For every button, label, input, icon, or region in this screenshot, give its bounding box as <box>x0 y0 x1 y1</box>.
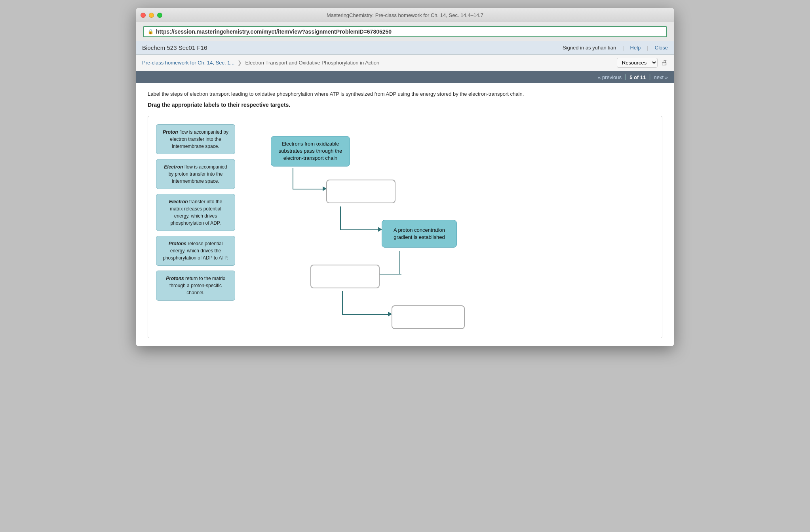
signed-in-text: Signed in as yuhan tian <box>563 45 616 51</box>
arrow1-v <box>293 168 293 189</box>
close-button[interactable] <box>141 13 146 18</box>
main-content: Label the steps of electron transport le… <box>136 83 674 346</box>
instructions-bold: Drag the appropriate labels to their res… <box>148 102 662 108</box>
label4-em: Protons <box>169 241 186 246</box>
drag-label-5[interactable]: Protons return to the matrix through a p… <box>156 271 235 301</box>
print-icon[interactable]: 🖨 <box>661 59 668 67</box>
minimize-button[interactable] <box>149 13 154 18</box>
url-bar[interactable]: 🔒 https://session.masteringchemistry.com… <box>143 26 667 37</box>
label2-em: Electron <box>164 164 183 170</box>
label1-text: flow is accompanied by electron transfer… <box>170 129 228 149</box>
flow-diagram: Electrons from oxidizable substrates pas… <box>247 124 654 330</box>
course-title: Biochem 523 Sec01 F16 <box>142 44 207 51</box>
next-link[interactable]: next » <box>654 74 668 80</box>
window-controls <box>141 13 162 18</box>
drag-label-4[interactable]: Protons release potential energy, which … <box>156 236 235 266</box>
divider2: | <box>647 45 648 51</box>
flow-box-5[interactable] <box>392 305 465 329</box>
arrow4-v <box>342 291 343 315</box>
breadcrumb-right: Resources Textbook Study Area 🖨 <box>617 58 668 68</box>
breadcrumb-current: Electron Transport and Oxidative Phospho… <box>245 60 379 66</box>
title-bar: MasteringChemistry: Pre-class homework f… <box>136 8 674 22</box>
instructions-text: Label the steps of electron transport le… <box>148 91 662 97</box>
drag-label-1[interactable]: Proton flow is accompanied by electron t… <box>156 124 235 154</box>
arrow2-h <box>340 229 380 230</box>
previous-link[interactable]: « previous <box>598 74 622 80</box>
nav-divider1: | <box>625 74 626 81</box>
arrow1-h <box>293 189 324 189</box>
arrow3-h <box>378 274 401 275</box>
label1-em: Proton <box>163 129 178 135</box>
nav-count: 5 of 11 <box>629 74 646 80</box>
close-link[interactable]: Close <box>655 45 668 51</box>
arrow4-h <box>342 314 390 315</box>
flow-box-1: Electrons from oxidizable substrates pas… <box>271 136 350 167</box>
flow-box-2[interactable] <box>326 180 395 203</box>
diagram-container: Proton flow is accompanied by electron t… <box>148 116 662 338</box>
drag-label-3[interactable]: Electron transfer into the matrix releas… <box>156 194 235 231</box>
label3-em: Electron <box>169 199 188 204</box>
header-actions: Signed in as yuhan tian | Help | Close <box>563 45 668 51</box>
nav-divider2: | <box>649 74 650 81</box>
arrow2-v <box>340 206 341 230</box>
browser-window: MasteringChemistry: Pre-class homework f… <box>136 8 674 346</box>
lock-icon: 🔒 <box>148 29 154 34</box>
divider: | <box>622 45 624 51</box>
label-sidebar: Proton flow is accompanied by electron t… <box>156 124 235 330</box>
maximize-button[interactable] <box>157 13 162 18</box>
url-text: https://session.masteringchemistry.com/m… <box>156 28 392 35</box>
flow-box-3: A proton concentration gradient is estab… <box>382 220 457 248</box>
resources-select[interactable]: Resources Textbook Study Area <box>617 58 658 68</box>
label5-em: Protons <box>166 276 184 281</box>
breadcrumb-bar: Pre-class homework for Ch. 14, Sec. 1...… <box>136 55 674 71</box>
arrow3-v <box>399 251 400 275</box>
app-header: Biochem 523 Sec01 F16 Signed in as yuhan… <box>136 41 674 55</box>
flow-box-4[interactable] <box>310 265 380 288</box>
breadcrumb-link[interactable]: Pre-class homework for Ch. 14, Sec. 1... <box>142 60 234 66</box>
nav-bar: « previous | 5 of 11 | next » <box>136 71 674 83</box>
help-link[interactable]: Help <box>630 45 641 51</box>
drag-label-2[interactable]: Electron flow is accompanied by proton t… <box>156 159 235 189</box>
window-title: MasteringChemistry: Pre-class homework f… <box>327 12 483 18</box>
breadcrumb-separator: ❯ <box>238 60 242 66</box>
